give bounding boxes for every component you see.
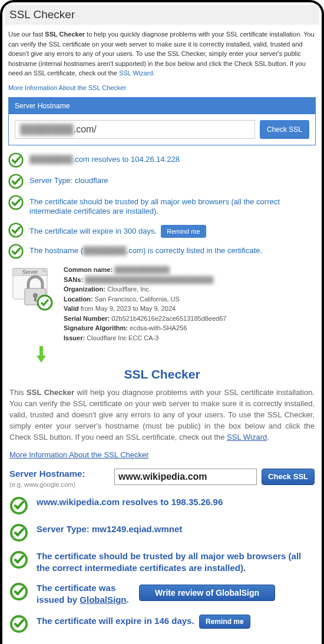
result-row-warning: None of the common names in the certific… <box>9 642 315 645</box>
result-row: Server Type: mw1249.eqiad.wmnet <box>9 523 315 542</box>
panel-header: Server Hostname <box>9 98 315 114</box>
ssl-wizard-link[interactable]: SSL Wizard <box>119 69 153 77</box>
section2-title: SSL Checker <box>9 367 315 381</box>
hostname-input[interactable]: ████████.com/ <box>15 120 255 139</box>
check-icon <box>8 174 24 189</box>
result-row: Server Type: cloudflare <box>8 174 316 189</box>
cert-details: Server Common name: ████████████ SANs: █… <box>8 265 316 343</box>
intro2-text: This SSL Checker will help you diagnose … <box>9 387 315 443</box>
hostname-hint: (e.g. www.google.com) <box>9 481 110 488</box>
ssl-wizard-link-2[interactable]: SSL Wizard <box>227 433 267 441</box>
server-lock-icon: Server <box>8 265 55 312</box>
check-ssl-button-2[interactable]: Check SSL <box>262 469 315 485</box>
result-row: The certificate was issued by GlobalSign… <box>9 582 315 606</box>
remind-me-button[interactable]: Remind me <box>161 225 206 238</box>
check-icon <box>9 496 28 515</box>
result-row: The certificate will expire in 300 days.… <box>8 223 316 238</box>
check-icon <box>9 550 28 569</box>
result-row: The certificate should be trusted by all… <box>8 195 316 217</box>
hostname-label: Server Hostname: <box>9 469 110 479</box>
svg-rect-12 <box>39 346 43 357</box>
result-row: ████████.com resolves to 104.26.14.228 <box>8 152 316 168</box>
remind-me-button-2[interactable]: Remind me <box>199 615 250 629</box>
check-icon <box>9 615 28 633</box>
svg-rect-10 <box>34 297 37 301</box>
result-row: The certificate will expire in 146 days.… <box>9 615 315 633</box>
check-icon <box>8 244 24 259</box>
check-icon <box>9 523 28 542</box>
page-title: SSL Checker <box>9 8 315 21</box>
svg-text:Server: Server <box>22 269 38 275</box>
result-row: The certificate should be trusted by all… <box>9 550 315 575</box>
result-row: The hostname (████████.com) is correctly… <box>8 244 316 259</box>
hostname-input-2[interactable] <box>114 469 257 485</box>
more-info-link[interactable]: More Information About the SSL Checker <box>8 84 126 91</box>
page-header: SSL Checker <box>5 5 319 25</box>
check-icon <box>8 152 24 168</box>
result-row: www.wikipedia.com resolves to 198.35.26.… <box>9 496 315 515</box>
globalsign-link[interactable]: GlobalSign <box>80 595 126 605</box>
intro-text: Use our fast SSL Checker to help you qui… <box>8 29 316 78</box>
check-icon <box>9 582 28 601</box>
arrow-down-icon <box>35 346 47 364</box>
results-list: ████████.com resolves to 104.26.14.228 S… <box>8 152 316 260</box>
check-icon <box>8 195 24 210</box>
check-icon <box>8 223 24 238</box>
section-2: SSL Checker This SSL Checker will help y… <box>8 367 316 644</box>
check-ssl-button[interactable]: Check SSL <box>260 120 309 139</box>
write-review-button[interactable]: Write review of GlobalSign <box>139 585 275 601</box>
more-info-link-2[interactable]: More Information About the SSL Checker <box>9 450 149 459</box>
hostname-panel: Server Hostname ████████.com/ Check SSL <box>8 97 316 145</box>
